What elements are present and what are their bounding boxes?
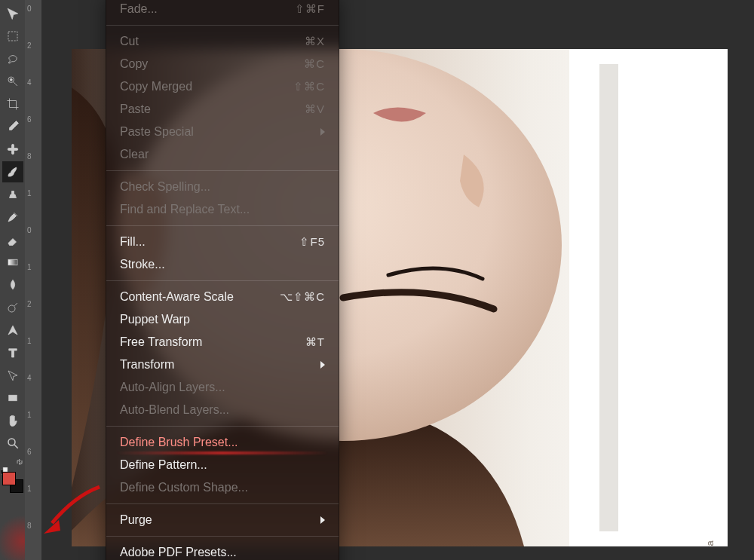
eraser-tool[interactable] (2, 229, 23, 250)
ruler-mark: 6 (27, 448, 32, 456)
menu-item-purge[interactable]: Purge (106, 509, 339, 531)
menu-item-label: Define Custom Shape... (120, 479, 325, 496)
zoom-tool[interactable] (2, 433, 23, 454)
svg-rect-7 (8, 395, 17, 401)
menu-item-label: Clear (120, 146, 325, 163)
menu-item-content-aware-scale[interactable]: Content-Aware Scale⌥⇧⌘C (106, 286, 339, 308)
pen-tool[interactable] (2, 320, 23, 341)
ruler-mark: 2 (27, 300, 32, 308)
menu-item-find-and-replace-text: Find and Replace Text... (106, 198, 339, 221)
ruler-mark: 1 (27, 189, 32, 197)
quick-selection-tool[interactable] (2, 71, 23, 92)
brush-tool[interactable] (2, 161, 23, 182)
color-swatches[interactable] (2, 472, 23, 493)
menu-item-label: Paste Special (120, 124, 320, 140)
menu-item-transform[interactable]: Transform (106, 353, 339, 376)
ruler-mark: 2 (27, 41, 32, 50)
edit-dropdown-menu: Fade...⇧⌘FCut⌘XCopy⌘CCopy Merged⇧⌘CPaste… (106, 0, 339, 560)
menu-item-adobe-pdf-presets[interactable]: Adobe PDF Presets... (106, 541, 339, 560)
ruler-mark: 4 (27, 78, 32, 87)
default-colors-icon[interactable] (1, 464, 7, 470)
menu-item-label: Copy (120, 56, 304, 72)
menu-item-free-transform[interactable]: Free Transform⌘T (106, 331, 339, 353)
ruler-mark: 1 (27, 263, 32, 271)
menu-item-label: Define Pattern... (120, 457, 325, 473)
eyedropper-tool[interactable] (2, 116, 23, 137)
chevron-right-icon (320, 361, 325, 369)
gradient-tool[interactable] (2, 252, 23, 273)
menu-item-shortcut: ⌘V (305, 101, 325, 118)
rectangle-tool[interactable] (2, 387, 23, 409)
type-tool[interactable] (2, 342, 23, 363)
menu-separator (106, 536, 339, 537)
svg-point-8 (8, 439, 15, 445)
menu-item-label: Content-Aware Scale (120, 289, 280, 305)
menu-item-label: Define Brush Preset... (120, 434, 325, 451)
menu-item-shortcut: ⌘X (305, 33, 325, 50)
menu-item-label: Purge (120, 512, 320, 528)
tools-toolbar (0, 0, 25, 560)
menu-item-paste-special: Paste Special (106, 121, 339, 143)
menu-item-shortcut: ⌘C (304, 56, 325, 72)
menu-item-shortcut: ⇧F5 (299, 234, 325, 250)
clone-stamp-tool[interactable] (2, 184, 23, 205)
swap-colors-icon[interactable] (17, 455, 24, 463)
menu-item-label: Copy Merged (120, 78, 293, 95)
foreground-color-swatch[interactable] (2, 472, 16, 485)
svg-point-6 (8, 305, 15, 312)
menu-separator (106, 170, 339, 171)
ruler-mark: 1 (27, 337, 32, 345)
menu-item-shortcut: ⌘T (305, 334, 325, 350)
ruler-mark: 1 (27, 411, 32, 419)
menu-item-label: Fade... (120, 1, 295, 17)
menu-item-fill[interactable]: Fill...⇧F5 (106, 231, 339, 253)
ruler-mark: 4 (27, 374, 32, 382)
marquee-tool[interactable] (2, 26, 23, 47)
menu-item-label: Cut (120, 33, 305, 50)
crop-tool[interactable] (2, 93, 23, 115)
menu-item-label: Auto-Align Layers... (120, 379, 325, 396)
menu-separator (106, 280, 339, 281)
move-tool[interactable] (2, 3, 23, 24)
menu-separator (106, 503, 339, 504)
menu-item-define-pattern[interactable]: Define Pattern... (106, 454, 339, 476)
menu-item-fade: Fade...⇧⌘F (106, 0, 339, 20)
menu-item-label: Adobe PDF Presets... (120, 544, 325, 560)
dodge-tool[interactable] (2, 297, 23, 318)
chevron-right-icon (320, 128, 325, 136)
menu-item-label: Stroke... (120, 256, 325, 273)
hand-tool[interactable] (2, 410, 23, 431)
menu-item-auto-align-layers: Auto-Align Layers... (106, 376, 339, 399)
menu-item-clear: Clear (106, 143, 339, 166)
ruler-mark: 6 (27, 115, 32, 124)
healing-brush-tool[interactable] (2, 139, 23, 160)
watermark-text: Erika Parfenova (704, 540, 716, 546)
menu-item-define-custom-shape: Define Custom Shape... (106, 476, 339, 499)
ruler-mark: 8 (27, 152, 32, 161)
vertical-ruler: 024681012141618 (25, 0, 41, 560)
path-selection-tool[interactable] (2, 365, 23, 386)
menu-item-label: Puppet Warp (120, 311, 325, 328)
menu-item-check-spelling: Check Spelling... (106, 176, 339, 198)
history-brush-tool[interactable] (2, 207, 23, 228)
svg-rect-12 (569, 49, 728, 546)
svg-rect-4 (11, 144, 14, 155)
menu-item-label: Fill... (120, 234, 299, 250)
menu-item-stroke[interactable]: Stroke... (106, 253, 339, 276)
menu-separator (106, 25, 339, 26)
chevron-right-icon (320, 516, 325, 524)
ruler-mark: 0 (27, 5, 32, 13)
menu-item-shortcut: ⌥⇧⌘C (280, 289, 325, 305)
menu-item-puppet-warp[interactable]: Puppet Warp (106, 308, 339, 331)
blur-tool[interactable] (2, 274, 23, 295)
menu-item-label: Transform (120, 357, 320, 373)
lasso-tool[interactable] (2, 48, 23, 69)
menu-item-copy: Copy⌘C (106, 53, 339, 75)
svg-rect-5 (8, 259, 17, 265)
menu-item-shortcut: ⇧⌘C (293, 78, 325, 95)
menu-item-paste: Paste⌘V (106, 98, 339, 121)
svg-rect-13 (599, 64, 618, 531)
svg-point-2 (10, 78, 12, 81)
menu-item-label: Paste (120, 101, 305, 118)
menu-item-define-brush-preset[interactable]: Define Brush Preset... (106, 431, 339, 454)
